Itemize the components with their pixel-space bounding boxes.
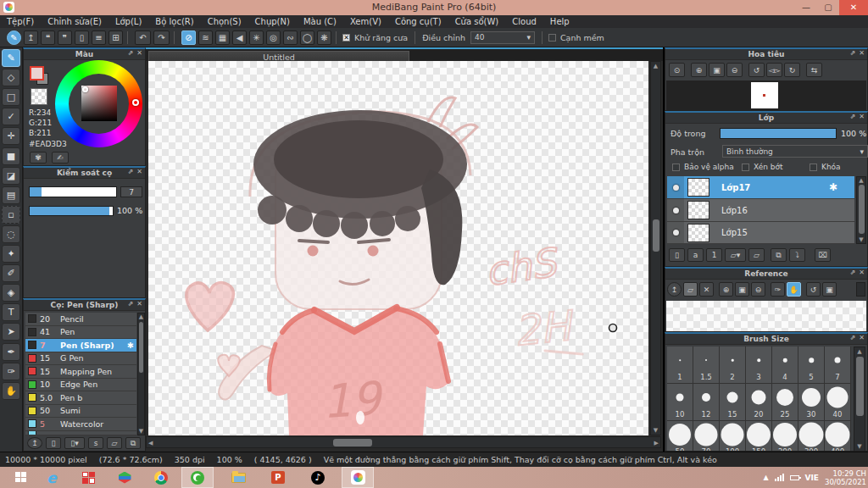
popout-icon[interactable]: ⇗ <box>128 300 134 308</box>
text-tool-icon[interactable]: T <box>2 303 20 321</box>
battery-icon[interactable] <box>790 475 799 480</box>
brush-size-cell[interactable]: 5 <box>798 347 825 384</box>
brush-new-icon[interactable]: ▯ <box>46 437 61 449</box>
grid-window-icon[interactable]: ⊞ <box>108 30 123 45</box>
close-icon[interactable]: ✕ <box>136 49 142 57</box>
rotate-view-icon[interactable]: ↺ <box>806 282 821 297</box>
zoom-in-icon[interactable]: ⊕ <box>719 282 733 297</box>
new-layer-icon[interactable]: ▯ <box>669 248 685 262</box>
brush-row[interactable]: 15 G Pen <box>25 352 136 366</box>
export-icon[interactable]: ↥ <box>24 30 38 45</box>
menu-layer[interactable]: Lớp(L) <box>108 17 148 26</box>
taskbar-tiktok[interactable]: ♪ <box>302 467 334 488</box>
brush-size-cell[interactable]: 3 <box>746 347 772 384</box>
brush-size-cell[interactable]: 30 <box>798 384 825 421</box>
brush-size-cell[interactable]: 1.5 <box>693 347 720 384</box>
brush-row-partial[interactable] <box>25 431 136 435</box>
clear-reference-icon[interactable]: ✕ <box>699 282 714 297</box>
menu-window[interactable]: Cửa sổ(W) <box>448 17 506 26</box>
rotate-left-icon[interactable]: ↺ <box>748 63 765 77</box>
brush-row[interactable]: 20 Pencil <box>25 313 136 326</box>
layer-visibility-toggle[interactable] <box>667 176 684 198</box>
taskbar-powerpoint[interactable]: P <box>262 467 294 488</box>
brush-size-cell[interactable]: 25 <box>772 384 798 421</box>
taskbar-clock[interactable]: 10:29 CH 30/05/2021 <box>825 469 866 486</box>
brush-size-slider[interactable] <box>29 186 117 197</box>
close-button[interactable]: ✕ <box>839 0 868 15</box>
shape-tool-icon[interactable]: □ <box>2 88 20 106</box>
open-folder-icon[interactable]: ▱ <box>683 282 698 297</box>
brush-size-cell[interactable]: 150 <box>746 421 772 452</box>
canvas-hscrollbar[interactable]: ◀ ▶ <box>146 436 661 448</box>
close-icon[interactable]: ✕ <box>859 269 865 276</box>
concentric-icon[interactable]: ◎ <box>266 30 281 45</box>
bucket-tool-icon[interactable]: ◪ <box>2 167 20 185</box>
close-icon[interactable]: ✕ <box>136 300 142 308</box>
duplicate-layer-icon[interactable]: ⧉ <box>771 248 787 262</box>
tray-expand-icon[interactable]: ▲ <box>763 474 768 481</box>
add-layer-menu-icon[interactable]: ▱▾ <box>725 248 746 262</box>
zoom-in-icon[interactable]: ⊕ <box>691 63 707 77</box>
reference-scrollbar[interactable] <box>856 282 865 297</box>
layer-folder-icon[interactable]: ▱ <box>748 248 765 262</box>
blend-dropdown[interactable]: Bình thường ▾ <box>722 145 868 158</box>
navigator-viewport[interactable] <box>666 80 866 110</box>
sv-marker[interactable] <box>82 86 88 92</box>
menu-cloud[interactable]: Cloud <box>505 17 543 26</box>
brush-size-scrollbar[interactable]: ▲ ▼ <box>854 347 865 452</box>
new-8bit-layer-icon[interactable]: a <box>687 248 704 262</box>
close-icon[interactable]: ✕ <box>859 49 865 57</box>
redo-icon[interactable]: ↷ <box>153 30 170 45</box>
menu-snap[interactable]: Chụp(N) <box>248 17 297 26</box>
select-eraser-tool-icon[interactable]: ◈ <box>2 284 20 302</box>
brush-row[interactable]: 5.0 Pen b <box>25 391 136 405</box>
menu-help[interactable]: Help <box>543 17 576 26</box>
eyedropper-tool-icon[interactable]: ✑ <box>2 363 20 380</box>
brush-row[interactable]: 15 Mapping Pen <box>25 365 136 379</box>
cross-lines-icon[interactable]: ▦ <box>215 30 230 45</box>
palette-icon[interactable]: ✾ <box>30 152 47 164</box>
canvas-area[interactable]: 19 chS 2H ▲ ▼ ◀ ▶ <box>146 61 663 452</box>
layers-scrollbar[interactable]: ▲ ▼ <box>856 176 866 244</box>
select-pen-tool-icon[interactable]: ✐ <box>2 264 20 282</box>
flip-view-icon[interactable]: ⇆ <box>806 63 822 77</box>
comment-list-icon[interactable]: ❞ <box>58 30 72 45</box>
taskbar-file-explorer[interactable] <box>222 467 254 488</box>
brush-new-from-icon[interactable]: ▯▾ <box>64 437 85 449</box>
brush-size-cell[interactable]: 200 <box>772 421 798 452</box>
taskbar-internet-explorer[interactable]: e <box>36 467 68 488</box>
brush-size-cell[interactable]: 4 <box>772 347 798 384</box>
brush-list-scrollbar[interactable]: ▲ ▼ <box>137 313 145 435</box>
mirror-icon[interactable]: ◀ <box>232 30 247 45</box>
hand-tool-icon[interactable]: ✋ <box>2 382 20 400</box>
radial-icon[interactable]: ✳ <box>249 30 264 45</box>
layer-row[interactable]: Lớp15 <box>667 222 854 244</box>
brush-size-cell[interactable]: 40 <box>825 384 851 421</box>
eyedropper-icon[interactable]: ✑ <box>771 282 785 297</box>
close-icon[interactable]: ✕ <box>859 113 865 120</box>
brush-size-cell[interactable]: 7 <box>825 347 851 384</box>
start-button[interactable] <box>5 467 37 488</box>
brush-row[interactable]: 10 Edge Pen <box>25 379 136 392</box>
gradient-tool-icon[interactable]: ▤ <box>2 186 20 204</box>
layer-row-selected[interactable]: Lớp17 ✱ <box>667 176 854 199</box>
brush-size-cell[interactable]: 300 <box>798 421 825 452</box>
zoom-actual-icon[interactable]: ⊙ <box>669 63 685 77</box>
brush-size-cell[interactable]: 20 <box>746 384 772 421</box>
popout-icon[interactable]: ⇗ <box>128 49 134 57</box>
popout-icon[interactable]: ⇗ <box>850 334 856 341</box>
fill-shape-tool-icon[interactable]: ■ <box>2 147 20 165</box>
rotate-right-icon[interactable]: ↻ <box>784 63 800 77</box>
brush-size-cell[interactable]: 2 <box>720 347 746 384</box>
delete-layer-icon[interactable]: ⌧ <box>815 248 831 262</box>
brush-row-selected[interactable]: 7 Pen (Sharp) ✱ <box>25 339 136 352</box>
list-icon[interactable]: ≡ <box>92 30 106 45</box>
layer-row[interactable]: Lớp16 <box>667 199 854 222</box>
lasso-tool-icon[interactable]: ◌ <box>2 225 20 243</box>
brush-size-cell[interactable]: 70 <box>693 421 720 452</box>
menu-view[interactable]: Xem(V) <box>343 17 388 26</box>
brush-row[interactable]: 41 Pen <box>25 326 136 340</box>
zoom-out-icon[interactable]: ⊖ <box>726 63 743 77</box>
document-icon[interactable]: ▯ <box>75 30 89 45</box>
fit-view-icon[interactable]: ▣ <box>735 282 749 297</box>
